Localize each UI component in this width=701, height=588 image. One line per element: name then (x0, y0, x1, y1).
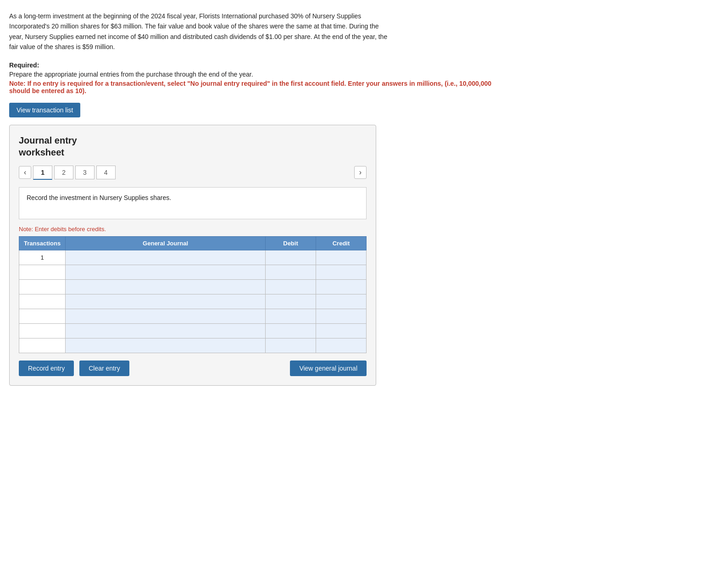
tab-3[interactable]: 3 (75, 166, 95, 179)
general-journal-input[interactable] (66, 250, 265, 265)
general-journal-cell[interactable] (66, 250, 266, 265)
debit-header: Debit (266, 236, 316, 250)
general-journal-cell[interactable] (66, 309, 266, 323)
worksheet-title: Journal entryworksheet (19, 134, 367, 158)
tab-next-arrow[interactable]: › (354, 166, 367, 179)
record-entry-button[interactable]: Record entry (19, 361, 74, 376)
transaction-number-cell (19, 294, 66, 309)
debit-input[interactable] (266, 294, 316, 309)
table-row (19, 338, 367, 353)
general-journal-input[interactable] (66, 280, 265, 294)
table-row: 1 (19, 250, 367, 265)
credit-cell[interactable] (316, 265, 367, 279)
general-journal-input[interactable] (66, 294, 265, 309)
required-text: Prepare the appropriate journal entries … (9, 71, 514, 78)
credit-input[interactable] (316, 280, 366, 294)
tab-prev-arrow[interactable]: ‹ (19, 166, 31, 179)
table-row (19, 265, 367, 279)
view-transaction-list-button[interactable]: View transaction list (9, 103, 80, 117)
transactions-header: Transactions (19, 236, 66, 250)
problem-line-4: fair value of the shares is $59 million. (9, 42, 514, 52)
debit-input[interactable] (266, 338, 316, 353)
tab-navigation: ‹ 1 2 3 4 › (19, 166, 367, 180)
credit-input[interactable] (316, 294, 366, 309)
tab-2[interactable]: 2 (54, 166, 73, 179)
debit-cell[interactable] (266, 309, 316, 323)
required-note: Note: If no entry is required for a tran… (9, 80, 514, 94)
required-label: Required: (9, 61, 514, 69)
credit-input[interactable] (316, 309, 366, 323)
credit-cell[interactable] (316, 279, 367, 294)
general-journal-header: General Journal (66, 236, 266, 250)
debit-input[interactable] (266, 324, 316, 338)
credit-cell[interactable] (316, 250, 367, 265)
journal-table: Transactions General Journal Debit Credi… (19, 236, 367, 353)
tab-1[interactable]: 1 (33, 166, 52, 180)
tab-4[interactable]: 4 (96, 166, 116, 179)
transaction-number-cell (19, 309, 66, 323)
debit-cell[interactable] (266, 294, 316, 309)
general-journal-cell[interactable] (66, 279, 266, 294)
transaction-number-cell: 1 (19, 250, 66, 265)
transaction-number-cell (19, 323, 66, 338)
credit-cell[interactable] (316, 294, 367, 309)
table-row (19, 323, 367, 338)
problem-text: As a long-term investment at the beginni… (9, 11, 514, 52)
general-journal-cell[interactable] (66, 265, 266, 279)
debit-input[interactable] (266, 250, 316, 265)
credit-input[interactable] (316, 250, 366, 265)
problem-line-1: As a long-term investment at the beginni… (9, 11, 514, 21)
debit-input[interactable] (266, 309, 316, 323)
required-section: Required: Prepare the appropriate journa… (9, 61, 514, 94)
credit-input[interactable] (316, 265, 366, 279)
credit-cell[interactable] (316, 309, 367, 323)
credit-input[interactable] (316, 324, 366, 338)
credit-header: Credit (316, 236, 367, 250)
debit-cell[interactable] (266, 265, 316, 279)
transaction-number-cell (19, 279, 66, 294)
debit-cell[interactable] (266, 279, 316, 294)
clear-entry-button[interactable]: Clear entry (79, 361, 129, 376)
problem-line-3: year, Nursery Supplies earned net income… (9, 32, 514, 42)
general-journal-cell[interactable] (66, 294, 266, 309)
instruction-text: Record the investment in Nursery Supplie… (27, 194, 171, 201)
transaction-number-cell (19, 338, 66, 353)
debit-cell[interactable] (266, 323, 316, 338)
credit-cell[interactable] (316, 323, 367, 338)
transaction-number-cell (19, 265, 66, 279)
instruction-box: Record the investment in Nursery Supplie… (19, 187, 367, 219)
table-row (19, 309, 367, 323)
debit-cell[interactable] (266, 250, 316, 265)
credit-cell[interactable] (316, 338, 367, 353)
general-journal-cell[interactable] (66, 338, 266, 353)
table-row (19, 279, 367, 294)
debit-input[interactable] (266, 265, 316, 279)
general-journal-input[interactable] (66, 324, 265, 338)
problem-line-2: Incorporated's 20 million shares for $63… (9, 21, 514, 31)
view-general-journal-button[interactable]: View general journal (290, 361, 367, 376)
general-journal-input[interactable] (66, 265, 265, 279)
general-journal-cell[interactable] (66, 323, 266, 338)
debit-cell[interactable] (266, 338, 316, 353)
general-journal-input[interactable] (66, 309, 265, 323)
credit-input[interactable] (316, 338, 366, 353)
general-journal-input[interactable] (66, 338, 265, 353)
debit-credit-note: Note: Enter debits before credits. (19, 226, 367, 233)
action-buttons: Record entry Clear entry View general jo… (19, 361, 367, 376)
worksheet-container: Journal entryworksheet ‹ 1 2 3 4 › Recor… (9, 125, 376, 386)
table-row (19, 294, 367, 309)
debit-input[interactable] (266, 280, 316, 294)
